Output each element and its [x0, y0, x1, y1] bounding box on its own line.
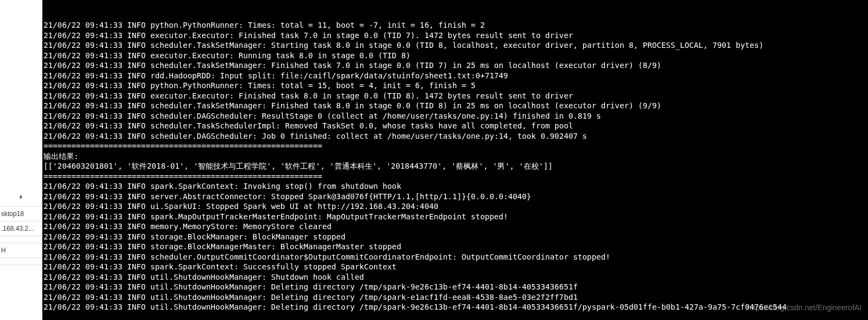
terminal-line: 21/06/22 09:41:33 INFO server.AbstractCo…	[44, 192, 868, 202]
sidebar-item-h[interactable]: H	[0, 243, 42, 258]
terminal-line: 21/06/22 09:41:33 INFO ui.SparkUI: Stopp…	[44, 201, 868, 212]
file-explorer-sidebar: sktop18 .168.43.2... H	[0, 0, 42, 320]
sidebar-item-blank2[interactable]	[0, 258, 42, 265]
terminal-line: 21/06/22 09:41:33 INFO storage.BlockMana…	[44, 242, 868, 252]
terminal-line: ========================================…	[44, 141, 868, 151]
terminal-line: 输出结果:	[44, 151, 868, 162]
sidebar-spacer	[0, 0, 42, 207]
terminal-line: 21/06/22 09:41:33 INFO storage.BlockMana…	[44, 232, 868, 242]
terminal-line: 21/06/22 09:41:33 INFO scheduler.TaskSet…	[44, 60, 868, 71]
terminal-line: 21/06/22 09:41:33 INFO scheduler.TaskSet…	[44, 101, 868, 111]
sidebar-item-blank1[interactable]	[0, 236, 42, 243]
terminal-line: 21/06/22 09:41:33 INFO util.ShutdownHook…	[44, 282, 868, 292]
terminal-line: 21/06/22 09:41:33 INFO executor.Executor…	[44, 51, 868, 61]
sidebar-item-desktop[interactable]: sktop18	[0, 207, 42, 221]
terminal-line: 21/06/22 09:41:33 INFO scheduler.TaskSet…	[44, 40, 868, 51]
terminal-lines: 21/06/22 09:41:33 INFO python.PythonRunn…	[44, 20, 868, 312]
terminal-line: 21/06/22 09:41:33 INFO python.PythonRunn…	[44, 20, 868, 30]
terminal-line: 21/06/22 09:41:33 INFO spark.MapOutputTr…	[44, 212, 868, 222]
terminal-line: 21/06/22 09:41:33 INFO scheduler.DAGSche…	[44, 111, 868, 121]
terminal-output[interactable]: 21/06/22 09:41:33 INFO python.PythonRunn…	[42, 0, 868, 320]
terminal-line: 21/06/22 09:41:33 INFO spark.SparkContex…	[44, 181, 868, 192]
terminal-line: 21/06/22 09:41:33 INFO scheduler.OutputC…	[44, 252, 868, 262]
terminal-line: 21/06/22 09:41:33 INFO python.PythonRunn…	[44, 81, 868, 91]
chevron-right-icon	[17, 193, 25, 201]
terminal-line: 21/06/22 09:41:33 INFO util.ShutdownHook…	[44, 302, 868, 312]
terminal-line: 21/06/22 09:41:33 INFO scheduler.TaskSch…	[44, 121, 868, 131]
terminal-line: 21/06/22 09:41:33 INFO executor.Executor…	[44, 30, 868, 41]
terminal-line: 21/06/22 09:41:33 INFO util.ShutdownHook…	[44, 292, 868, 303]
terminal-line: 21/06/22 09:41:33 INFO executor.Executor…	[44, 91, 868, 101]
terminal-line: 21/06/22 09:41:33 INFO scheduler.DAGSche…	[44, 131, 868, 141]
terminal-line: 21/06/22 09:41:33 INFO memory.MemoryStor…	[44, 221, 868, 232]
sidebar-item-ip[interactable]: .168.43.2...	[0, 221, 42, 236]
terminal-line: 21/06/22 09:41:33 INFO rdd.HadoopRDD: In…	[44, 71, 868, 81]
terminal-line: 21/06/22 09:41:33 INFO util.ShutdownHook…	[44, 272, 868, 282]
terminal-line: [['204603201801', '软件2018-01', '智能技术与工程学…	[44, 161, 868, 171]
terminal-line: ========================================…	[44, 171, 868, 182]
back-button[interactable]	[0, 189, 42, 205]
terminal-line: 21/06/22 09:41:33 INFO spark.SparkContex…	[44, 262, 868, 272]
